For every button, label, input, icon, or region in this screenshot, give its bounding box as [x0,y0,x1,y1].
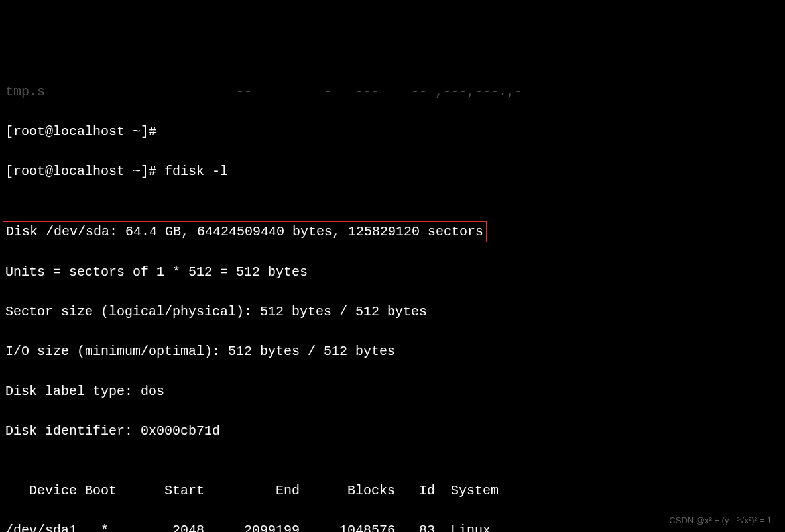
partition-table-header: Device Boot Start End Blocks Id System [5,481,780,501]
watermark-text: CSDN @x² + (y - ³√x²)² = 1 [669,514,772,527]
units-line: Units = sectors of 1 * 512 = 512 bytes [5,262,780,282]
terminal-line-partial-top: tmp.s -- - --- -- ,---,---.,- [5,82,780,102]
sector-size-line: Sector size (logical/physical): 512 byte… [5,302,780,322]
highlight-box: Disk /dev/sda: 64.4 GB, 64424509440 byte… [3,221,487,242]
partition-row-sda1: /dev/sda1 * 2048 2099199 1048576 83 Linu… [5,521,780,532]
prompt-line-empty: [root@localhost ~]# [5,122,780,142]
disk-identifier-line: Disk identifier: 0x000cb71d [5,421,780,441]
disk-sda-summary-highlighted: Disk /dev/sda: 64.4 GB, 64424509440 byte… [5,221,780,242]
disk-label-type-line: Disk label type: dos [5,382,780,401]
prompt-line-command: [root@localhost ~]# fdisk -l [5,162,780,182]
io-size-line: I/O size (minimum/optimal): 512 bytes / … [5,342,780,362]
